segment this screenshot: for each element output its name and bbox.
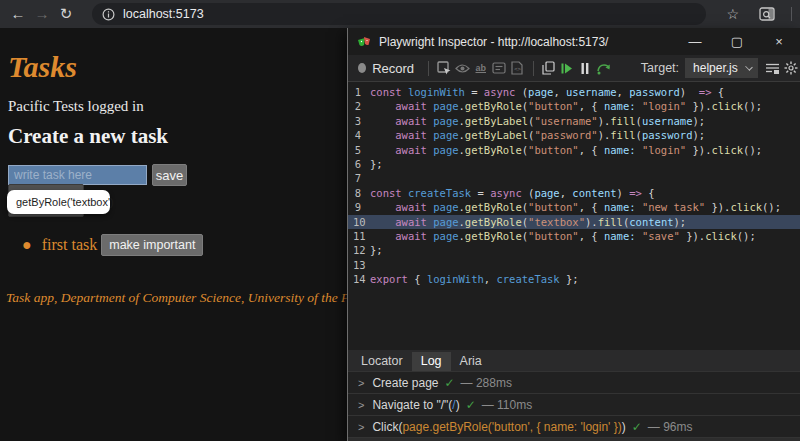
check-icon: ✓ <box>466 398 476 412</box>
expand-chevron-icon[interactable]: > <box>358 377 364 389</box>
expand-chevron-icon[interactable]: > <box>358 399 364 411</box>
make-important-button[interactable]: make important <box>101 234 203 256</box>
assert-visibility-button[interactable] <box>454 58 470 78</box>
chevron-down-icon <box>746 63 754 71</box>
tab-log[interactable]: Log <box>412 352 451 371</box>
url-bar[interactable]: localhost:5173 <box>92 3 706 25</box>
locator-tooltip: getByRole('textbox') <box>7 190 110 214</box>
step-duration: — 288ms <box>461 376 512 390</box>
toolbar-divider <box>428 61 429 76</box>
line-number: 4 <box>348 128 370 142</box>
log-row[interactable]: >Click(page.getByRole('button', { name: … <box>348 415 800 437</box>
code-line[interactable]: 13 <box>348 258 800 272</box>
code-line[interactable]: 14export { loginWith, createTask }; <box>348 272 800 286</box>
line-number: 6 <box>348 157 370 171</box>
pick-locator-button[interactable] <box>436 58 452 78</box>
close-button[interactable]: × <box>758 28 800 55</box>
code-line[interactable]: 8const createTask = async (page, content… <box>348 186 800 200</box>
log-row[interactable]: >Navigate to "/"(/)✓— 110ms <box>348 393 800 415</box>
check-icon: ✓ <box>632 420 642 434</box>
step-duration: — 96ms <box>648 420 693 434</box>
svg-text:<>: <> <box>514 65 522 72</box>
step-over-icon[interactable] <box>595 58 611 78</box>
create-task-heading: Create a new task <box>8 124 168 149</box>
bullet-icon: ● <box>22 236 32 254</box>
code-line[interactable]: 9 await page.getByRole("button", { name:… <box>348 200 800 214</box>
site-info-icon[interactable] <box>102 8 115 21</box>
assert-value-button[interactable] <box>491 58 507 78</box>
save-button[interactable]: save <box>152 164 187 186</box>
line-number: 13 <box>348 258 370 272</box>
line-number: 7 <box>348 171 370 185</box>
target-file-value: helper.js <box>693 61 738 75</box>
code-line[interactable]: 4 await page.getByLabel("password").fill… <box>348 128 800 142</box>
target-file-select[interactable]: helper.js <box>685 58 758 78</box>
line-number: 9 <box>348 200 370 214</box>
code-line[interactable]: 1const loginWith = async (page, username… <box>348 85 800 99</box>
page-title: Tasks <box>8 50 77 84</box>
line-number: 5 <box>348 143 370 157</box>
line-number: 8 <box>348 186 370 200</box>
task-text: first task <box>42 236 98 254</box>
code-line[interactable]: 12}; <box>348 243 800 257</box>
code-line[interactable]: 2 await page.getByRole("button", { name:… <box>348 99 800 113</box>
copy-icon[interactable] <box>540 58 556 78</box>
line-number: 10 <box>348 215 370 229</box>
settings-gear-icon[interactable] <box>783 58 799 78</box>
assert-snapshot-button[interactable]: <> <box>509 58 525 78</box>
record-button[interactable]: Record <box>372 61 414 76</box>
expand-chevron-icon[interactable]: > <box>358 421 364 433</box>
maximize-button[interactable]: ▢ <box>716 28 758 55</box>
check-icon: ✓ <box>444 376 454 390</box>
line-number: 12 <box>348 243 370 257</box>
line-number: 3 <box>348 114 370 128</box>
code-line[interactable]: 7 <box>348 171 800 185</box>
refresh-button[interactable]: ↻ <box>54 0 78 28</box>
line-number: 11 <box>348 229 370 243</box>
minimize-button[interactable]: — <box>674 28 716 55</box>
forward-button[interactable]: → <box>30 0 54 28</box>
tab-aria[interactable]: Aria <box>451 352 491 371</box>
log-step-text: Click(page.getByRole('button', { name: '… <box>372 420 625 434</box>
login-status: Pacific Tests logged in <box>8 98 144 115</box>
record-icon[interactable] <box>358 63 366 73</box>
bottom-tabs: LocatorLogAria <box>348 350 800 371</box>
url-text: localhost:5173 <box>123 7 204 21</box>
task-list-item: ● first task make important <box>22 234 203 256</box>
tab-locator[interactable]: Locator <box>352 352 412 371</box>
code-line[interactable]: 10 await page.getByRole("textbox").fill(… <box>348 215 800 229</box>
line-number: 14 <box>348 272 370 286</box>
log-row-partial <box>348 437 800 441</box>
browser-toolbar: ← → ↻ localhost:5173 ☆ <box>0 0 800 28</box>
source-code-panel: 1const loginWith = async (page, username… <box>348 82 800 350</box>
code-line[interactable]: 11 await page.getByRole("button", { name… <box>348 229 800 243</box>
pause-icon[interactable] <box>577 58 593 78</box>
code-line[interactable]: 3 await page.getByLabel("username").fill… <box>348 114 800 128</box>
step-duration: — 110ms <box>482 398 532 412</box>
open-source-file-button[interactable] <box>764 58 780 78</box>
code-line[interactable]: 6}; <box>348 157 800 171</box>
code-line[interactable]: 5 await page.getByRole("button", { name:… <box>348 143 800 157</box>
log-row[interactable]: >Create page✓— 288ms <box>348 371 800 393</box>
line-number: 2 <box>348 99 370 113</box>
playwright-inspector-window: Playwright Inspector - http://localhost:… <box>347 28 800 441</box>
resume-icon[interactable] <box>559 58 575 78</box>
toolbar-divider <box>791 7 792 21</box>
task-input[interactable] <box>8 165 147 185</box>
playwright-logo-icon <box>357 35 371 49</box>
log-step-text: Navigate to "/"(/) <box>372 398 459 412</box>
toolbar-divider <box>533 61 534 76</box>
inspector-toolbar: Record ab <> Target: helper.js <box>348 55 800 82</box>
line-number: 1 <box>348 85 370 99</box>
window-titlebar[interactable]: Playwright Inspector - http://localhost:… <box>348 28 800 55</box>
side-panel-search-icon[interactable] <box>759 7 775 21</box>
log-step-text: Create page <box>372 376 438 390</box>
back-button[interactable]: ← <box>6 0 30 28</box>
log-rows: >Create page✓— 288ms>Navigate to "/"(/)✓… <box>348 371 800 437</box>
target-label: Target: <box>641 61 679 75</box>
window-title: Playwright Inspector - http://localhost:… <box>379 35 674 49</box>
assert-text-button[interactable]: ab <box>473 58 489 78</box>
code-lines: 1const loginWith = async (page, username… <box>348 85 800 286</box>
bookmark-star-icon[interactable]: ☆ <box>726 6 739 22</box>
